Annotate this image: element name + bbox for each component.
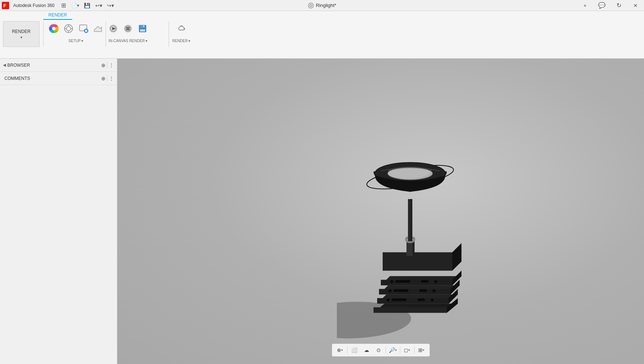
- save-render-tool[interactable]: [136, 21, 150, 37]
- save-button[interactable]: 💾: [82, 0, 93, 11]
- stop-icon: [123, 23, 133, 36]
- svg-rect-25: [143, 25, 144, 27]
- svg-text:F: F: [3, 3, 6, 8]
- doc-icon: [308, 3, 314, 8]
- canvas-render-tool[interactable]: [76, 21, 90, 37]
- window-controls: + 💬 ↻ ✕: [577, 0, 644, 11]
- teapot-tool[interactable]: [174, 21, 188, 37]
- grid-dropdown-icon: ▾: [423, 348, 424, 352]
- render-button[interactable]: RENDER ▾: [3, 21, 40, 47]
- render-tab[interactable]: RENDER: [43, 11, 72, 20]
- canvas-render-group: IN-CANVAS RENDER ▾: [106, 21, 150, 43]
- redo-button[interactable]: ↪▾: [105, 0, 116, 11]
- browser-section[interactable]: ◀ BROWSER ⊕ ⋮: [0, 59, 117, 72]
- display-icon: ◻: [404, 347, 408, 353]
- colorwheel-icon: [49, 23, 59, 36]
- bottom-sep3: [400, 346, 400, 354]
- canvas-icon: [78, 23, 88, 36]
- separator2: [106, 21, 106, 47]
- position-tool[interactable]: ⊕ ▾: [334, 345, 346, 355]
- divider2: [107, 76, 107, 81]
- comments-label: COMMENTS: [4, 76, 101, 81]
- bottom-sep4: [414, 346, 415, 354]
- setup-label[interactable]: SETUP ▾: [69, 39, 83, 43]
- svg-point-3: [310, 4, 312, 7]
- ringlight-model-svg: [337, 104, 483, 342]
- title-center: Ringlight*: [308, 3, 336, 8]
- canvas-render-label[interactable]: IN-CANVAS RENDER ▾: [108, 39, 147, 43]
- scene-settings-tool[interactable]: [62, 21, 76, 37]
- sidebar: ◀ BROWSER ⊕ ⋮ COMMENTS ⊕ ⋮: [0, 59, 117, 364]
- bottom-sep1: [347, 346, 347, 354]
- svg-point-59: [406, 238, 408, 239]
- online-button[interactable]: ↻: [610, 0, 627, 11]
- close-button[interactable]: ✕: [627, 0, 644, 11]
- separator3: [169, 21, 169, 47]
- toolbar-separator: [43, 21, 44, 47]
- render2-group: RENDER ▾: [172, 21, 190, 43]
- svg-marker-53: [452, 243, 461, 271]
- start-render-tool[interactable]: [106, 21, 120, 37]
- environment-tool[interactable]: [91, 21, 105, 37]
- app-icon: F: [0, 0, 11, 11]
- look-at-icon: ⊙: [376, 347, 381, 353]
- svg-rect-42: [419, 289, 427, 292]
- svg-rect-41: [394, 289, 408, 292]
- undo-button[interactable]: ↩▾: [93, 0, 104, 11]
- svg-rect-24: [140, 29, 145, 32]
- grid-menu-button[interactable]: ⊞: [58, 0, 69, 11]
- svg-point-14: [85, 30, 87, 32]
- file-menu-button[interactable]: 📄▾: [70, 0, 81, 11]
- render-btn-arrow: ▾: [21, 36, 22, 39]
- titlebar: F Autodesk Fusion 360 ⊞ 📄▾ 💾 ↩▾ ↪▾ Ringl…: [0, 0, 644, 11]
- svg-marker-15: [94, 26, 102, 32]
- comments-icons: ⊕ ⋮: [101, 76, 114, 81]
- svg-rect-49: [421, 280, 428, 283]
- app-name-label: Autodesk Fusion 360: [11, 3, 55, 8]
- zoom-tool[interactable]: 🔎 ▾: [387, 345, 399, 355]
- render-btn-label: RENDER: [12, 29, 31, 34]
- appearance-tool[interactable]: [47, 21, 61, 37]
- stop-render-tool[interactable]: [121, 21, 135, 37]
- browser-more-icon[interactable]: ⋮: [109, 62, 114, 68]
- svg-point-5: [52, 27, 56, 30]
- add-tab-button[interactable]: +: [577, 0, 593, 11]
- zoom-icon: 🔎: [389, 347, 395, 353]
- svg-point-51: [434, 280, 437, 283]
- svg-rect-62: [410, 199, 412, 241]
- svg-rect-21: [126, 27, 130, 30]
- bottom-sep2: [386, 346, 386, 354]
- svg-rect-48: [395, 280, 410, 283]
- svg-marker-54: [383, 252, 452, 271]
- divider1: [107, 62, 107, 68]
- scene-icon: [63, 23, 74, 36]
- orbit-icon: ☁: [364, 347, 369, 353]
- save-icon: [137, 23, 148, 36]
- svg-point-43: [389, 289, 391, 292]
- look-at-tool[interactable]: ⊙: [373, 345, 384, 355]
- display-settings-tool[interactable]: ◻ ▾: [401, 345, 413, 355]
- browser-add-icon[interactable]: ⊕: [101, 62, 106, 68]
- pan-icon: ⬜: [351, 347, 357, 353]
- comments-add-icon[interactable]: ⊕: [101, 76, 106, 81]
- position-dropdown-icon: ▾: [341, 348, 343, 352]
- position-icon: ⊕: [337, 347, 341, 353]
- svg-point-37: [431, 298, 434, 301]
- svg-point-36: [387, 298, 390, 301]
- grid-tool[interactable]: ⊞ ▾: [416, 345, 427, 355]
- browser-icons: ⊕ ⋮: [101, 62, 114, 68]
- orbit-tool[interactable]: ☁: [361, 345, 372, 355]
- play-icon: [108, 23, 118, 36]
- comments-more-icon[interactable]: ⋮: [109, 76, 114, 81]
- comments-section[interactable]: COMMENTS ⊕ ⋮: [0, 72, 117, 85]
- setup-group: SETUP ▾: [47, 21, 105, 43]
- toolbar: RENDER RENDER ▾: [0, 11, 644, 59]
- svg-point-2: [308, 3, 313, 8]
- browser-label: BROWSER: [7, 63, 101, 68]
- render2-label[interactable]: RENDER ▾: [172, 39, 190, 43]
- comment-button[interactable]: 💬: [593, 0, 610, 11]
- viewport[interactable]: ⊕ ▾ ⬜ ☁ ⊙ 🔎 ▾ ◻ ▾ ⊞ ▾: [117, 59, 644, 364]
- display-dropdown-icon: ▾: [408, 348, 410, 352]
- pan-tool[interactable]: ⬜: [349, 345, 360, 355]
- zoom-dropdown-icon: ▾: [395, 348, 397, 352]
